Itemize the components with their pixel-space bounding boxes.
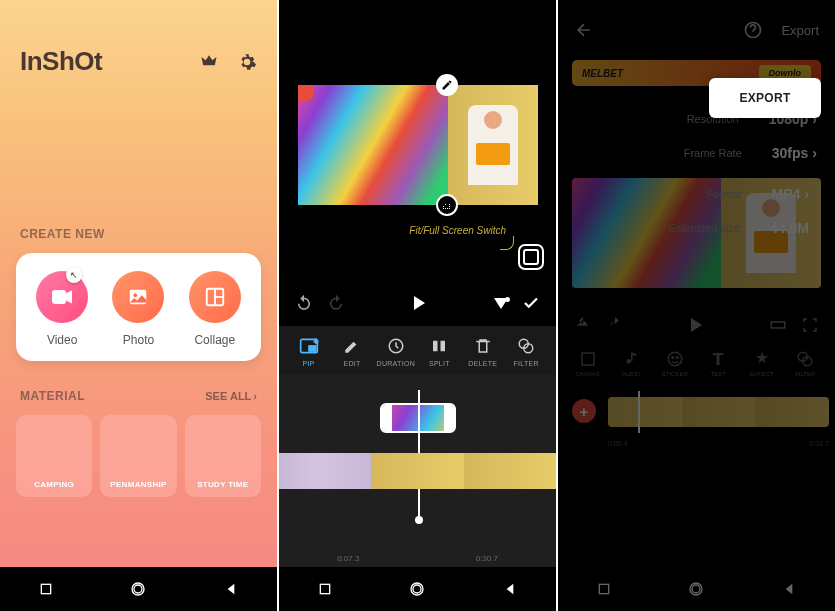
lower-toolbar: CANVAS AUDIO STICKER TEXT EFFECT FILTER xyxy=(558,344,835,383)
nav-home-icon[interactable] xyxy=(130,581,146,597)
time-labels: 0:05.40:02.7 xyxy=(608,440,829,447)
tool-effect[interactable]: EFFECT xyxy=(744,350,780,377)
timeline-clip[interactable] xyxy=(682,397,756,427)
nav-recent-icon[interactable] xyxy=(596,581,612,597)
android-nav xyxy=(279,567,556,611)
fullscreen-icon[interactable] xyxy=(801,316,819,334)
svg-rect-13 xyxy=(433,341,438,352)
redo-icon[interactable] xyxy=(327,294,345,312)
create-card: ↖ Video Photo Collage xyxy=(16,253,261,361)
time-labels: 0:07.30:30.7 xyxy=(279,554,556,563)
tool-pip[interactable]: +PIP xyxy=(290,336,328,367)
fit-label: Fit/Full Screen Switch xyxy=(409,225,506,236)
play-button[interactable] xyxy=(414,296,425,310)
tool-delete[interactable]: DELETE xyxy=(464,336,502,367)
nav-home-icon[interactable] xyxy=(409,581,425,597)
tool-audio[interactable]: AUDIO xyxy=(613,350,649,377)
confirm-icon[interactable] xyxy=(522,294,540,312)
svg-rect-14 xyxy=(441,341,446,352)
nav-back-icon[interactable] xyxy=(502,581,518,597)
material-header: MATERIAL SEE ALL› xyxy=(0,389,277,403)
photo-icon xyxy=(112,271,164,323)
tool-duration[interactable]: DURATION xyxy=(377,336,415,367)
see-all-button[interactable]: SEE ALL› xyxy=(205,390,257,402)
framerate-row[interactable]: Frame Rate30fps› xyxy=(576,136,817,170)
crown-icon[interactable] xyxy=(199,52,219,72)
create-collage[interactable]: Collage xyxy=(189,271,241,347)
lower-timeline[interactable]: + 0:05.40:02.7 xyxy=(558,391,835,447)
lower-track[interactable] xyxy=(608,397,829,427)
undo-icon[interactable] xyxy=(574,316,592,334)
help-icon[interactable] xyxy=(743,20,763,40)
android-nav xyxy=(0,567,277,611)
timeline-clip[interactable] xyxy=(371,453,463,489)
tool-canvas[interactable]: CANVAS xyxy=(570,350,606,377)
playhead[interactable] xyxy=(638,391,640,433)
create-photo[interactable]: Photo xyxy=(112,271,164,347)
svg-rect-17 xyxy=(320,584,329,593)
lower-editor: CANVAS AUDIO STICKER TEXT EFFECT FILTER … xyxy=(558,296,835,567)
add-clip-button[interactable]: + xyxy=(572,399,596,423)
tool-split[interactable]: SPLIT xyxy=(420,336,458,367)
layer-icon[interactable] xyxy=(494,298,508,309)
tool-filter[interactable]: FILTER xyxy=(787,350,823,377)
svg-point-2 xyxy=(134,293,138,297)
material-item[interactable]: PENMANSHIP xyxy=(100,415,176,497)
arrow-icon xyxy=(500,236,514,250)
edit-handle-icon[interactable] xyxy=(436,74,458,96)
nav-home-icon[interactable] xyxy=(688,581,704,597)
resize-handle-icon[interactable] xyxy=(436,194,458,216)
video-label: Video xyxy=(47,333,77,347)
tool-bar: +PIP EDIT DURATION SPLIT DELETE FILTER xyxy=(279,326,556,375)
collage-label: Collage xyxy=(194,333,235,347)
tool-sticker[interactable]: STICKER xyxy=(657,350,693,377)
material-item[interactable]: CAMPING xyxy=(16,415,92,497)
timeline-clip[interactable] xyxy=(464,453,556,489)
preview-pip-clip[interactable] xyxy=(298,85,448,205)
timeline-icon[interactable] xyxy=(769,316,787,334)
home-header: InShOt xyxy=(0,0,277,77)
svg-rect-6 xyxy=(41,584,50,593)
material-item[interactable]: STUDY TIME xyxy=(185,415,261,497)
svg-point-25 xyxy=(676,357,678,359)
fit-screen-button[interactable] xyxy=(518,244,544,270)
material-grid: CAMPING PENMANSHIP STUDY TIME xyxy=(16,415,261,497)
play-button[interactable] xyxy=(691,318,702,332)
nav-recent-icon[interactable] xyxy=(317,581,333,597)
header-actions xyxy=(199,52,257,72)
gear-icon[interactable] xyxy=(237,52,257,72)
nav-recent-icon[interactable] xyxy=(38,581,54,597)
preview-frame[interactable] xyxy=(298,85,538,205)
svg-rect-10 xyxy=(309,346,316,351)
format-row[interactable]: FormatMP4› xyxy=(707,186,809,202)
export-header: Export xyxy=(558,0,835,60)
tool-text[interactable]: TEXT xyxy=(700,350,736,377)
size-row: Estimated size44.8M xyxy=(669,220,809,236)
timeline-track[interactable] xyxy=(279,453,556,489)
export-header-label[interactable]: Export xyxy=(781,23,819,38)
photo-label: Photo xyxy=(123,333,154,347)
redo-icon[interactable] xyxy=(606,316,624,334)
svg-point-29 xyxy=(692,585,700,593)
create-section-label: CREATE NEW xyxy=(0,227,277,241)
undo-icon[interactable] xyxy=(295,294,313,312)
collage-icon xyxy=(189,271,241,323)
tool-filter[interactable]: FILTER xyxy=(507,336,545,367)
timeline-clip[interactable] xyxy=(608,397,682,427)
controls-row xyxy=(279,280,556,326)
tool-edit[interactable]: EDIT xyxy=(333,336,371,367)
home-screen: InShOt CREATE NEW ↖ Video Photo xyxy=(0,0,277,611)
timeline[interactable]: 0:07.30:30.7 xyxy=(279,375,556,567)
svg-rect-0 xyxy=(53,291,65,303)
svg-point-23 xyxy=(668,352,682,366)
nav-back-icon[interactable] xyxy=(223,581,239,597)
timeline-clip[interactable] xyxy=(755,397,829,427)
svg-point-24 xyxy=(672,357,674,359)
export-button[interactable]: EXPORT xyxy=(709,78,821,118)
nav-back-icon[interactable] xyxy=(781,581,797,597)
create-video[interactable]: ↖ Video xyxy=(36,271,88,347)
back-icon[interactable] xyxy=(574,20,594,40)
export-screen: Export MELBETDownlo EXPORT Resolution108… xyxy=(558,0,835,611)
timeline-clip[interactable] xyxy=(279,453,371,489)
delete-handle-icon[interactable] xyxy=(298,85,314,101)
